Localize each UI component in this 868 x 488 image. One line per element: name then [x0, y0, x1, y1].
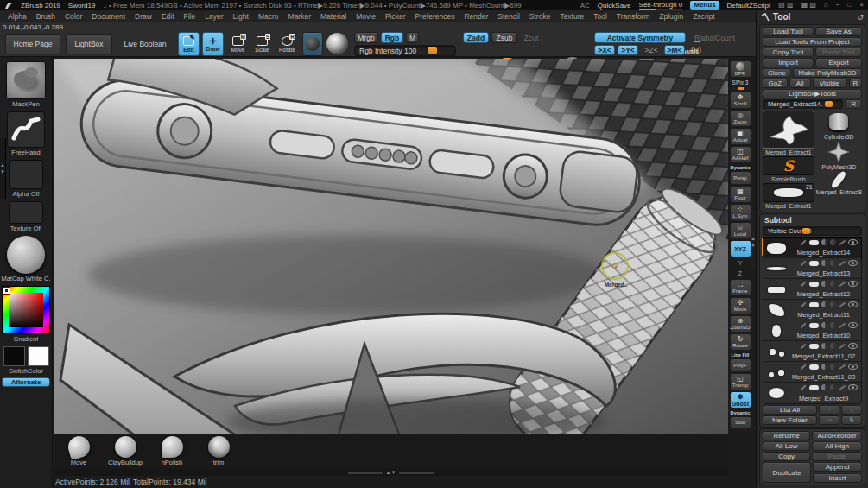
- eye-icon[interactable]: [848, 364, 858, 370]
- menu-draw[interactable]: Draw: [135, 12, 152, 21]
- visible-count-slider[interactable]: Visible Count 8: [763, 226, 862, 236]
- color-picker-area[interactable]: [2, 286, 50, 334]
- radial-count-slider[interactable]: RadialCount: [689, 32, 744, 43]
- menu-brush[interactable]: Brush: [36, 12, 55, 21]
- menu-zscript[interactable]: Zscript: [693, 12, 715, 21]
- duplicate-button[interactable]: Duplicate: [763, 462, 811, 483]
- polyframe-button[interactable]: PolyF: [730, 358, 751, 372]
- edit-button[interactable]: ✎ Edit: [178, 32, 200, 56]
- palette-history-icon[interactable]: ↺: [857, 13, 864, 22]
- rotate-3d-button[interactable]: ↻Rotate: [730, 333, 751, 351]
- color-picker[interactable]: Gradient: [0, 286, 52, 343]
- eye-icon[interactable]: [848, 281, 858, 287]
- zadd-button[interactable]: Zadd: [463, 32, 489, 43]
- eye-icon[interactable]: [848, 301, 858, 307]
- y-rotation-button[interactable]: Y: [730, 258, 751, 268]
- spix-slider[interactable]: SPix 3: [730, 79, 751, 91]
- z-rotation-button[interactable]: Z: [730, 269, 751, 278]
- zcut-button[interactable]: Zcut: [520, 32, 542, 43]
- append-button[interactable]: Append: [813, 462, 862, 472]
- tool-item-current[interactable]: [763, 111, 814, 149]
- import-button[interactable]: Import: [763, 58, 814, 67]
- rename-button[interactable]: Rename: [763, 431, 810, 440]
- active-tool-slider[interactable]: Merged_Extract14. 48: [763, 99, 843, 109]
- subtool-row[interactable]: Merged_Extract11_03: [763, 362, 861, 383]
- menu-transform[interactable]: Transform: [617, 12, 649, 21]
- goz-all-button[interactable]: All: [789, 79, 811, 88]
- subtool-up-button[interactable]: ↑: [819, 405, 839, 415]
- menu-picker[interactable]: Picker: [385, 12, 406, 21]
- move-button[interactable]: M Move: [227, 32, 249, 56]
- see-through-slider[interactable]: See-through 0: [639, 1, 683, 10]
- paste-tool-button[interactable]: Paste Tool: [815, 48, 862, 57]
- menu-stroke[interactable]: Stroke: [529, 12, 551, 21]
- current-material-sphere[interactable]: [326, 33, 348, 54]
- zoom-button[interactable]: ◎Zoom: [730, 110, 751, 127]
- subtool-row[interactable]: Merged_Extract14: [763, 238, 861, 258]
- all-high-button[interactable]: All High: [812, 441, 862, 451]
- minimize-button[interactable]: −: [836, 1, 840, 10]
- zsub-button[interactable]: Zsub: [491, 32, 517, 43]
- local-button[interactable]: ⌸Local: [730, 222, 751, 239]
- menu-preferences[interactable]: Preferences: [415, 12, 455, 21]
- goz-button[interactable]: GoZ: [763, 79, 788, 88]
- mrgb-button[interactable]: Mrgb: [354, 32, 378, 43]
- ghost-button[interactable]: ✾Ghost: [730, 391, 751, 409]
- brush-selector[interactable]: MaskPen: [0, 61, 52, 108]
- list-all-button[interactable]: List All: [763, 405, 817, 415]
- symmetry-m-button[interactable]: >M<: [664, 45, 685, 55]
- rgb-intensity-slider[interactable]: Rgb Intensity 100: [354, 45, 456, 56]
- menu-file[interactable]: File: [184, 12, 196, 21]
- load-tools-from-project-button[interactable]: Load Tools From Project: [763, 37, 862, 47]
- menu-layer[interactable]: Layer: [205, 12, 223, 21]
- scale-button[interactable]: S Scale: [251, 32, 273, 56]
- menu-stencil[interactable]: Stencil: [497, 12, 520, 21]
- subtool-row[interactable]: Merged_Extract11: [763, 300, 861, 320]
- lightbox-button[interactable]: LightBox: [66, 34, 112, 54]
- subtool-header[interactable]: Subtool: [761, 215, 864, 225]
- eye-icon[interactable]: [848, 239, 858, 245]
- move-3d-button[interactable]: ✣Move: [730, 297, 751, 314]
- copy-tool-button[interactable]: Copy Tool: [763, 48, 814, 57]
- menu-marker[interactable]: Marker: [288, 12, 311, 21]
- layout-panels-icon[interactable]: ▤ ▥: [778, 1, 793, 10]
- tool-item-simplebrush[interactable]: S: [763, 156, 814, 175]
- menu-zplugin[interactable]: Zplugin: [659, 12, 683, 21]
- home-page-button[interactable]: Home Page: [5, 34, 60, 54]
- document-canvas[interactable]: Merged..: [54, 59, 728, 434]
- subtool-row[interactable]: Merged_Extract13: [763, 258, 861, 279]
- rgb-button[interactable]: Rgb: [381, 32, 403, 43]
- scroll-button[interactable]: ✥Scroll: [730, 92, 751, 109]
- make-polymesh3d-button[interactable]: Make PolyMesh3D: [793, 68, 862, 78]
- clone-button[interactable]: Clone: [763, 68, 791, 78]
- menu-document[interactable]: Document: [92, 12, 125, 21]
- copy-subtool-button[interactable]: Copy: [763, 452, 810, 461]
- default-zscript-button[interactable]: DefaultZScript: [727, 2, 771, 10]
- eye-icon[interactable]: [848, 260, 858, 266]
- frame-button[interactable]: ⛶Frame: [730, 279, 751, 296]
- menu-alpha[interactable]: Alpha: [8, 12, 27, 21]
- secondary-color-swatch[interactable]: [28, 346, 49, 366]
- persp-button[interactable]: Persp: [730, 171, 751, 185]
- symmetry-radial-button[interactable]: (R): [687, 45, 705, 55]
- main-color-swatch[interactable]: [3, 346, 25, 366]
- symmetry-y-button[interactable]: >Y<: [618, 45, 638, 55]
- eye-icon[interactable]: [848, 322, 858, 328]
- tray-brush-trim[interactable]: trim: [199, 436, 238, 467]
- aahalf-button[interactable]: ◫AAHalf: [730, 146, 751, 163]
- eye-icon[interactable]: [848, 384, 858, 390]
- m-button[interactable]: M: [406, 32, 419, 43]
- material-selector[interactable]: MatCap White C.: [0, 236, 52, 282]
- save-as-button[interactable]: Save As: [815, 27, 862, 36]
- lock-icon[interactable]: ⌂: [824, 1, 828, 10]
- menu-texture[interactable]: Texture: [560, 12, 584, 21]
- new-folder-button[interactable]: New Folder: [763, 415, 817, 425]
- subtool-row[interactable]: Merged_Extract9: [763, 383, 861, 403]
- move-into-folder-button[interactable]: ↳: [841, 415, 862, 425]
- insert-button[interactable]: Insert: [813, 473, 862, 483]
- draw-button[interactable]: ✛ Draw: [202, 32, 224, 56]
- quicksave-button[interactable]: QuickSave: [598, 2, 631, 10]
- tool-item-extract21[interactable]: 21: [763, 183, 814, 202]
- load-tool-button[interactable]: Load Tool: [763, 27, 814, 36]
- goz-visible-button[interactable]: Visible: [813, 79, 847, 88]
